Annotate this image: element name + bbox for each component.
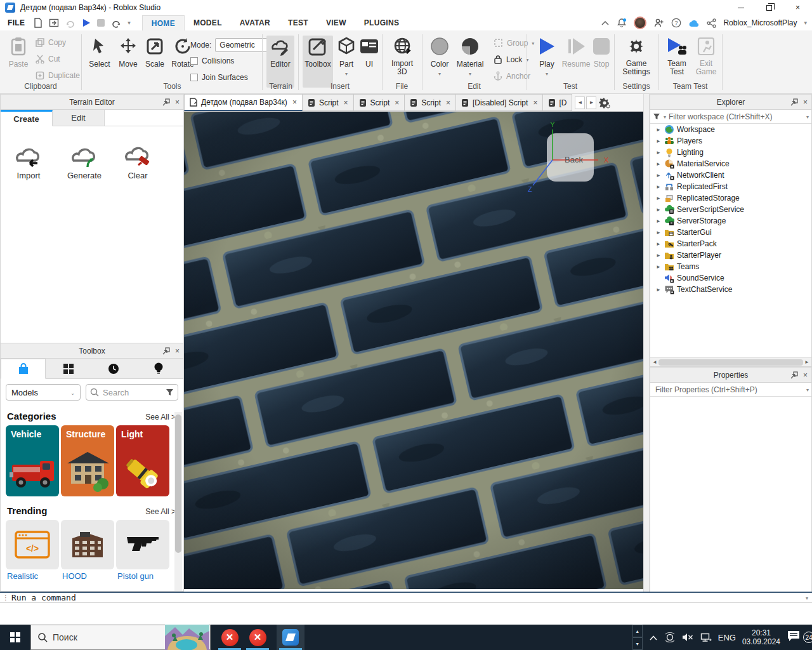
toolbox-button[interactable]: Toolbox xyxy=(303,36,333,88)
cut-button[interactable]: Cut xyxy=(36,55,60,63)
group-button[interactable]: Group▾ xyxy=(494,38,534,48)
close-panel-icon[interactable]: × xyxy=(803,98,808,107)
undo-icon[interactable] xyxy=(111,18,121,28)
tree-item-lighting[interactable]: ►Lighting xyxy=(650,147,811,158)
trending-card-hood[interactable] xyxy=(61,520,114,569)
scale-tool-button[interactable]: Scale xyxy=(142,36,167,69)
editor-tab-place[interactable]: Детдом (подвал Вар34к) × xyxy=(184,94,303,111)
filter-icon[interactable] xyxy=(166,388,174,396)
toolbox-header[interactable]: Toolbox × xyxy=(1,343,183,359)
tab-scroll-left-icon[interactable]: ◄ xyxy=(575,96,585,109)
close-button[interactable]: × xyxy=(783,0,812,15)
scroll-right-icon[interactable]: ► xyxy=(804,359,809,365)
scroll-up-icon[interactable]: ▲ xyxy=(632,625,643,637)
explorer-hscrollbar[interactable]: ◄ ► xyxy=(650,357,811,366)
trending-card-realistic[interactable]: </> xyxy=(6,520,59,569)
tree-item-workspace[interactable]: ►Workspace xyxy=(650,124,811,135)
tree-item-startergui[interactable]: ►StarterGui xyxy=(650,227,811,238)
close-panel-icon[interactable]: × xyxy=(175,98,180,107)
quick-access-caret-icon[interactable]: ▾ xyxy=(128,20,131,26)
terrain-tab-create[interactable]: Create xyxy=(1,110,53,126)
drag-handle-icon[interactable]: ⋮ xyxy=(3,594,9,601)
add-collaborator-icon[interactable] xyxy=(653,18,664,28)
tab-avatar[interactable]: AVATAR xyxy=(231,15,279,30)
trending-card-pistol[interactable] xyxy=(116,520,169,569)
material-button[interactable]: Material ▾ xyxy=(454,36,486,79)
command-input[interactable] xyxy=(11,593,806,602)
game-settings-button[interactable]: Game Settings xyxy=(618,36,655,76)
toolbox-search[interactable] xyxy=(86,384,178,401)
terrain-editor-header[interactable]: Terrain Editor × xyxy=(1,95,183,110)
editor-tab-script[interactable]: Script × xyxy=(303,94,354,111)
join-surfaces-row[interactable]: Join Surfaces xyxy=(190,73,248,82)
toolbox-scrollbar[interactable] xyxy=(174,412,182,591)
editor-tab-script[interactable]: Script × xyxy=(405,94,456,111)
toolbox-tab-inventory[interactable] xyxy=(46,359,91,378)
color-button[interactable]: Color ▾ xyxy=(426,36,453,79)
screen-cast-icon[interactable] xyxy=(664,632,676,642)
ui-button[interactable]: UI xyxy=(359,36,379,69)
import-3d-button[interactable]: Import 3D xyxy=(386,36,419,76)
copy-button[interactable]: Copy xyxy=(36,38,66,47)
categories-see-all-link[interactable]: See All > xyxy=(145,413,176,421)
terrain-tab-edit[interactable]: Edit xyxy=(53,110,105,126)
tray-expand-chevron-icon[interactable] xyxy=(649,635,658,640)
explorer-filter-input[interactable] xyxy=(669,112,804,121)
avatar[interactable] xyxy=(634,17,646,29)
properties-filter[interactable]: ▾ xyxy=(650,383,811,397)
close-tab-icon[interactable]: × xyxy=(533,98,537,107)
terrain-editor-button[interactable]: Editor xyxy=(266,36,294,88)
category-card-vehicle[interactable]: Vehicle xyxy=(6,425,59,496)
share-icon[interactable] xyxy=(707,18,716,28)
tab-plugins[interactable]: PLUGINS xyxy=(355,15,408,30)
editor-tab-partial[interactable]: [D xyxy=(543,94,572,111)
action-center[interactable]: 24 xyxy=(787,629,808,646)
paste-button[interactable]: Paste xyxy=(5,36,32,69)
lock-button[interactable]: Lock▾ xyxy=(494,55,528,64)
dock-icon[interactable] xyxy=(162,347,170,355)
toolbox-tab-creations[interactable] xyxy=(136,359,181,378)
trending-item-label[interactable]: HOOD xyxy=(61,571,114,581)
collisions-checkbox[interactable] xyxy=(190,57,198,65)
close-tab-icon[interactable]: × xyxy=(292,98,297,107)
toolbox-search-input[interactable] xyxy=(103,388,162,397)
join-surfaces-checkbox[interactable] xyxy=(190,74,198,81)
dock-icon[interactable] xyxy=(790,98,798,106)
viewport-3d[interactable]: Y X Z Back xyxy=(184,112,643,589)
redo-icon[interactable] xyxy=(65,18,75,28)
taskbar-game-icon[interactable] xyxy=(165,625,209,650)
trending-item-label[interactable]: Pistol gun xyxy=(116,571,169,581)
tree-item-replicatedstorage[interactable]: ►ReplicatedStorage xyxy=(650,192,811,204)
part-button[interactable]: Part ▾ xyxy=(335,36,358,79)
restore-button[interactable] xyxy=(755,0,783,15)
scroll-down-icon[interactable]: ▼ xyxy=(632,637,643,650)
tree-item-serverscriptservice[interactable]: ►ServerScriptService xyxy=(650,204,811,215)
team-test-button[interactable]: Team Test xyxy=(664,36,690,76)
editor-tab-disabled-script[interactable]: [Disabled] Script × xyxy=(456,94,543,111)
run-icon[interactable] xyxy=(82,18,91,27)
close-tab-icon[interactable]: × xyxy=(446,98,450,107)
trending-item-label[interactable]: Realistic xyxy=(6,571,59,581)
close-panel-icon[interactable]: × xyxy=(175,347,180,355)
taskbar-app-error-1[interactable]: ✕ xyxy=(216,625,244,650)
tree-item-players[interactable]: ►Players xyxy=(650,135,811,147)
scroll-left-icon[interactable]: ◄ xyxy=(652,359,657,365)
open-file-icon[interactable] xyxy=(49,18,59,28)
properties-header[interactable]: Properties × xyxy=(650,368,811,383)
anchor-button[interactable]: Anchor xyxy=(494,71,530,81)
toolbox-category-select[interactable]: Models⌄ xyxy=(6,384,81,401)
collapse-ribbon-icon[interactable] xyxy=(601,20,610,26)
tab-view[interactable]: VIEW xyxy=(317,15,355,30)
toolbox-tab-marketplace[interactable] xyxy=(1,359,46,379)
tab-scroll-right-icon[interactable]: ► xyxy=(586,96,596,109)
tray-scroll[interactable]: ▲ ▼ xyxy=(632,625,643,650)
editor-tab-script[interactable]: Script × xyxy=(354,94,405,111)
cloud-sync-icon[interactable] xyxy=(688,19,700,27)
stop-icon[interactable] xyxy=(97,19,105,27)
panel-splitter[interactable] xyxy=(643,94,650,592)
minimize-button[interactable] xyxy=(726,0,755,15)
tab-home[interactable]: HOME xyxy=(142,15,185,30)
taskbar-roblox-studio[interactable] xyxy=(277,625,304,650)
close-panel-icon[interactable]: × xyxy=(803,371,808,380)
start-button[interactable] xyxy=(0,625,30,650)
